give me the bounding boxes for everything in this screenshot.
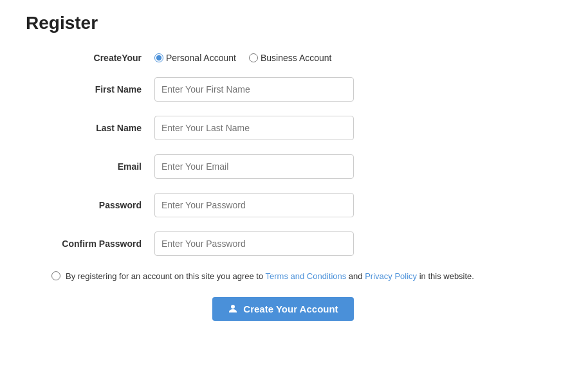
confirm-password-label: Confirm Password (26, 239, 154, 249)
first-name-row: First Name (26, 77, 540, 102)
page-title: Register (26, 13, 562, 33)
last-name-label: Last Name (26, 123, 154, 133)
personal-account-option[interactable]: Personal Account (154, 53, 236, 63)
terms-text: By registering for an account on this si… (66, 270, 474, 283)
user-icon (228, 303, 238, 314)
personal-account-radio[interactable] (154, 53, 163, 62)
business-account-option[interactable]: Business Account (249, 53, 332, 63)
last-name-row: Last Name (26, 116, 540, 140)
first-name-label: First Name (26, 84, 154, 95)
terms-text-after: in this website. (417, 271, 474, 281)
register-form: CreateYour Personal Account Business Acc… (26, 53, 540, 321)
email-row: Email (26, 154, 540, 179)
email-input[interactable] (154, 154, 354, 179)
password-label: Password (26, 200, 154, 210)
personal-account-label: Personal Account (166, 53, 236, 63)
account-type-row: CreateYour Personal Account Business Acc… (26, 53, 540, 63)
last-name-input[interactable] (154, 116, 354, 140)
terms-text-before: By registering for an account on this si… (66, 271, 266, 281)
submit-row: Create Your Account (26, 297, 540, 321)
create-account-label: Create Your Account (243, 303, 338, 314)
confirm-password-row: Confirm Password (26, 231, 540, 256)
business-account-radio[interactable] (249, 53, 258, 62)
privacy-policy-link[interactable]: Privacy Policy (365, 271, 417, 281)
terms-row: By registering for an account on this si… (26, 270, 540, 283)
password-row: Password (26, 193, 540, 217)
create-account-button[interactable]: Create Your Account (212, 297, 353, 321)
email-label: Email (26, 161, 154, 172)
password-input[interactable] (154, 193, 354, 217)
first-name-input[interactable] (154, 77, 354, 102)
account-type-label: CreateYour (26, 53, 154, 63)
terms-and: and (346, 271, 365, 281)
business-account-label: Business Account (261, 53, 332, 63)
confirm-password-input[interactable] (154, 231, 354, 256)
terms-conditions-link[interactable]: Terms and Conditions (266, 271, 347, 281)
terms-agree-radio[interactable] (51, 271, 60, 280)
account-type-options: Personal Account Business Account (154, 53, 331, 63)
